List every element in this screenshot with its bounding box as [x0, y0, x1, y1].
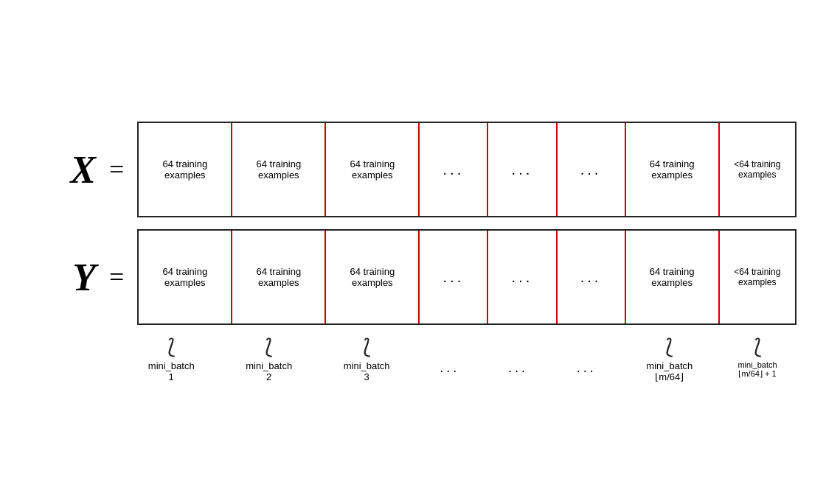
brace-symbol-n: ⟅	[665, 337, 673, 357]
y-cell-n: 64 training examples	[626, 231, 720, 323]
x-dots-2: ...	[488, 123, 557, 216]
y-cell-last: <64 training examples	[720, 231, 795, 323]
x-cell-n: 64 training examples	[626, 123, 720, 216]
y-row: Y = 64 training examples 64 training exa…	[30, 229, 796, 325]
brace-label-1: mini_batch 1	[148, 360, 195, 382]
brace-symbol-2: ⟅	[265, 337, 273, 357]
x-row: X = 64 training examples 64 training exa…	[30, 122, 796, 217]
y-equals: =	[109, 262, 124, 293]
x-equals: =	[109, 154, 124, 185]
brace-last: ⟅ mini_batch ⌊m/64⌋ + 1	[718, 337, 796, 382]
brace-row: ⟅ mini_batch 1 ⟅ mini_batch 2 ⟅ mini_bat…	[30, 337, 796, 382]
brace-symbol-3: ⟅	[363, 337, 371, 357]
brace-dots-label-2: ...	[508, 360, 528, 376]
y-cell-3: 64 training examples	[326, 231, 420, 323]
y-dots-2: ...	[488, 231, 557, 323]
brace-dots-1: ...	[415, 337, 484, 382]
y-cell-2: 64 training examples	[232, 231, 326, 323]
braces-container: ⟅ mini_batch 1 ⟅ mini_batch 2 ⟅ mini_bat…	[122, 337, 796, 382]
brace-n: ⟅ mini_batch ⌊m/64⌋	[621, 337, 718, 382]
brace-dots-2: ...	[484, 337, 552, 382]
brace-1: ⟅ mini_batch 1	[122, 337, 220, 382]
y-dots-3: ...	[558, 231, 626, 323]
brace-label-last: mini_batch ⌊m/64⌋ + 1	[738, 360, 777, 379]
x-dots-1: ...	[420, 123, 488, 216]
x-cell-3: 64 training examples	[326, 123, 420, 216]
brace-3: ⟅ mini_batch 3	[318, 337, 415, 382]
brace-symbol-1: ⟅	[167, 337, 176, 357]
x-cell-last: <64 training examples	[720, 123, 795, 216]
y-dots-1: ...	[420, 231, 488, 323]
brace-dots-3: ...	[552, 337, 621, 382]
brace-dots-label-3: ...	[577, 360, 597, 376]
brace-label-3: mini_batch 3	[344, 360, 390, 382]
y-cell-1: 64 training examples	[139, 231, 232, 323]
brace-dots-label-1: ...	[440, 360, 459, 376]
brace-symbol-last: ⟅	[754, 337, 762, 357]
diagram: X = 64 training examples 64 training exa…	[22, 107, 804, 397]
brace-label-n: mini_batch ⌊m/64⌋	[646, 360, 693, 382]
y-matrix: 64 training examples 64 training example…	[137, 229, 796, 325]
x-label: X	[30, 148, 96, 192]
x-matrix: 64 training examples 64 training example…	[137, 122, 796, 217]
x-cell-1: 64 training examples	[139, 123, 232, 216]
x-cell-2: 64 training examples	[232, 123, 326, 216]
x-dots-3: ...	[558, 123, 626, 216]
y-label: Y	[30, 256, 96, 299]
brace-2: ⟅ mini_batch 2	[220, 337, 317, 382]
brace-label-2: mini_batch 2	[246, 360, 292, 382]
